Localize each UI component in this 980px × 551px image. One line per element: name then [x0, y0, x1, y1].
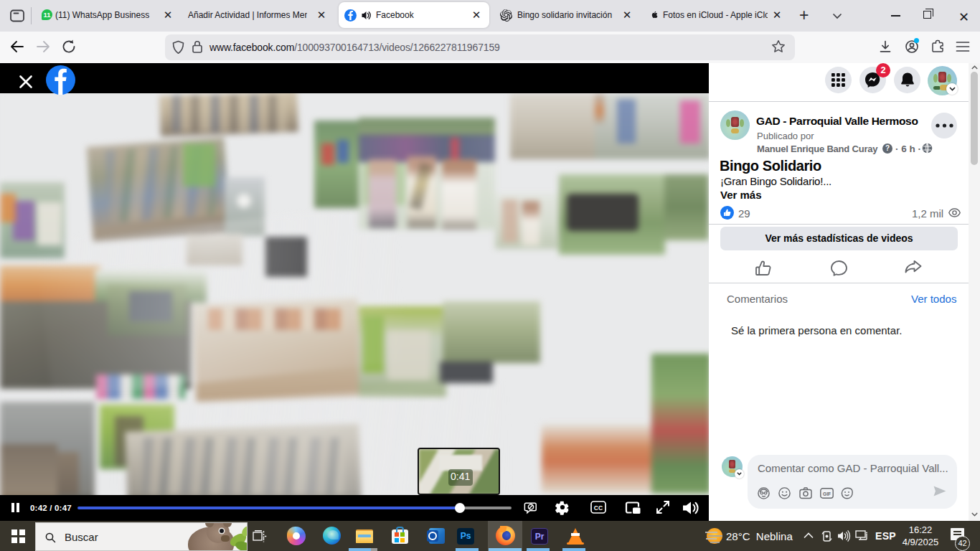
svg-text:GIF: GIF: [823, 491, 831, 496]
svg-text:CC: CC: [594, 504, 603, 512]
